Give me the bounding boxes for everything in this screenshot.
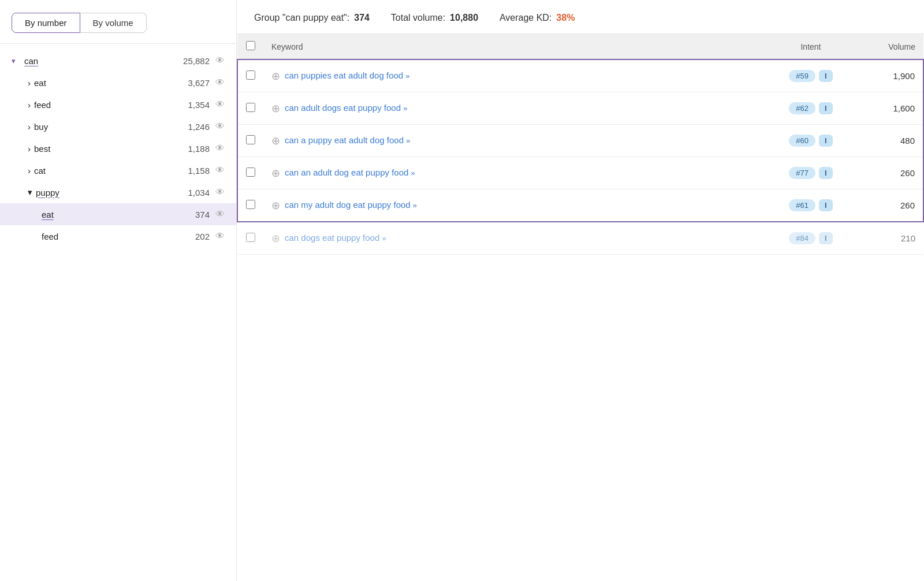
- add-keyword-icon[interactable]: ⊕: [271, 199, 280, 212]
- sidebar-item-buy[interactable]: › buy 1,246 👁: [0, 116, 236, 137]
- intent-badge: I: [819, 167, 833, 179]
- keyword-chevron-icon: »: [411, 169, 415, 177]
- sidebar-item-label: feed: [34, 100, 188, 110]
- sidebar-item-can[interactable]: ▾ can 25,882 👁: [0, 50, 236, 72]
- avg-kd-value: 38%: [556, 13, 575, 23]
- eye-icon[interactable]: 👁: [215, 165, 225, 176]
- table-row: ⊕can a puppy eat adult dog food »#60I480: [237, 125, 923, 157]
- sidebar-item-count: 25,882: [183, 56, 210, 66]
- eye-icon[interactable]: 👁: [215, 99, 225, 110]
- sidebar-item-count: 1,354: [188, 100, 210, 110]
- keyword-link[interactable]: can a puppy eat adult dog food »: [285, 134, 410, 146]
- eye-icon[interactable]: 👁: [215, 231, 225, 241]
- table-row: ⊕can adult dogs eat puppy food »#62I1,60…: [237, 92, 923, 125]
- row-checkbox-cell: [237, 189, 263, 222]
- sidebar-item-label: eat: [42, 210, 195, 219]
- sidebar-item-count: 1,246: [188, 122, 210, 132]
- sidebar-item-count: 202: [195, 232, 210, 241]
- keyword-chevron-icon: »: [403, 104, 407, 113]
- tab-by-number[interactable]: By number: [12, 13, 80, 33]
- total-volume-label: Total volume:: [391, 13, 445, 23]
- rank-badge: #77: [789, 167, 815, 179]
- sidebar-list: ▾ can 25,882 👁 › eat 3,627 👁 › feed 1,35…: [0, 44, 236, 581]
- tab-by-volume[interactable]: By volume: [80, 13, 147, 33]
- separator2: [486, 13, 491, 23]
- sidebar-item-best[interactable]: › best 1,188 👁: [0, 137, 236, 159]
- keyword-chevron-icon: »: [382, 234, 386, 243]
- add-keyword-icon[interactable]: ⊕: [271, 232, 280, 245]
- group-count: 374: [354, 13, 370, 23]
- eye-icon[interactable]: 👁: [215, 121, 225, 132]
- main-header: Group "can puppy eat": 374 Total volume:…: [237, 0, 924, 34]
- sidebar-item-count: 1,158: [188, 166, 210, 176]
- keyword-chevron-icon: »: [405, 72, 409, 80]
- row-checkbox[interactable]: [246, 135, 255, 144]
- sidebar-item-label: eat: [34, 78, 188, 88]
- rank-cell: #77I: [779, 157, 843, 189]
- row-checkbox[interactable]: [246, 200, 255, 209]
- rank-badge: #84: [789, 232, 815, 244]
- keyword-link[interactable]: can puppies eat adult dog food »: [285, 69, 410, 81]
- sidebar-item-label: can: [24, 56, 183, 66]
- sidebar-tabs: By number By volume: [0, 0, 236, 44]
- row-checkbox[interactable]: [246, 233, 255, 242]
- chevron-right-icon: ›: [28, 166, 31, 176]
- eye-icon[interactable]: 👁: [215, 187, 225, 198]
- rank-cell: #61I: [779, 189, 843, 222]
- sidebar-item-cat[interactable]: › cat 1,158 👁: [0, 159, 236, 181]
- row-checkbox[interactable]: [246, 167, 255, 177]
- total-volume-value: 10,880: [450, 13, 478, 23]
- eye-icon[interactable]: 👁: [215, 55, 225, 66]
- keyword-link[interactable]: can my adult dog eat puppy food »: [285, 199, 417, 211]
- sidebar-item-puppy[interactable]: ▾ puppy 1,034 👁: [0, 181, 236, 203]
- keyword-link[interactable]: can adult dogs eat puppy food »: [285, 102, 407, 114]
- row-checkbox-cell: [237, 59, 263, 92]
- col-header-checkbox: [237, 34, 263, 59]
- row-checkbox[interactable]: [246, 103, 255, 112]
- row-checkbox-cell: [237, 92, 263, 125]
- add-keyword-icon[interactable]: ⊕: [271, 167, 280, 180]
- sidebar-item-label: puppy: [36, 188, 188, 198]
- sidebar-item-label: buy: [34, 122, 188, 132]
- add-keyword-icon[interactable]: ⊕: [271, 135, 280, 147]
- eye-icon[interactable]: 👁: [215, 209, 225, 219]
- keyword-table-wrap: Keyword Intent Volume ⊕can puppies eat a…: [237, 34, 924, 581]
- group-label: Group "can puppy eat":: [254, 13, 349, 23]
- sidebar-item-puppy-feed[interactable]: feed 202 👁: [0, 225, 236, 247]
- keyword-link[interactable]: can an adult dog eat puppy food »: [285, 166, 415, 178]
- keyword-cell: ⊕can a puppy eat adult dog food »: [263, 125, 779, 157]
- volume-cell: 260: [843, 189, 923, 222]
- sidebar-item-eat[interactable]: › eat 3,627 👁: [0, 72, 236, 94]
- row-checkbox-cell: [237, 125, 263, 157]
- main-panel: Group "can puppy eat": 374 Total volume:…: [237, 0, 924, 581]
- sidebar-item-feed[interactable]: › feed 1,354 👁: [0, 94, 236, 116]
- add-keyword-icon[interactable]: ⊕: [271, 70, 280, 83]
- chevron-right-icon: ›: [28, 100, 31, 110]
- keyword-cell: ⊕can my adult dog eat puppy food »: [263, 189, 779, 222]
- rank-cell: #59I: [779, 59, 843, 92]
- eye-icon[interactable]: 👁: [215, 77, 225, 88]
- sidebar-item-count: 374: [195, 210, 210, 219]
- sidebar-item-label: cat: [34, 166, 188, 176]
- keyword-cell: ⊕can puppies eat adult dog food »: [263, 59, 779, 92]
- rank-badge: #61: [789, 199, 815, 211]
- intent-badge: I: [819, 232, 833, 244]
- table-row: ⊕can my adult dog eat puppy food »#61I26…: [237, 189, 923, 222]
- chevron-down-icon: ▾: [12, 57, 24, 65]
- sidebar-item-puppy-eat[interactable]: eat 374 👁: [0, 203, 236, 225]
- rank-cell: #84I: [779, 222, 843, 255]
- volume-cell: 1,600: [843, 92, 923, 125]
- sidebar-item-count: 3,627: [188, 78, 210, 88]
- add-keyword-icon[interactable]: ⊕: [271, 102, 280, 115]
- chevron-down-icon: ▾: [28, 187, 32, 198]
- select-all-checkbox[interactable]: [246, 41, 255, 50]
- col-header-intent: Intent: [779, 34, 843, 59]
- rank-badge: #62: [789, 102, 815, 114]
- keyword-chevron-icon: »: [413, 201, 417, 210]
- sidebar-item-count: 1,034: [188, 188, 210, 198]
- intent-badge: I: [819, 135, 833, 147]
- row-checkbox[interactable]: [246, 70, 255, 80]
- keyword-link[interactable]: can dogs eat puppy food »: [285, 232, 386, 244]
- eye-icon[interactable]: 👁: [215, 143, 225, 154]
- keyword-chevron-icon: »: [406, 136, 410, 145]
